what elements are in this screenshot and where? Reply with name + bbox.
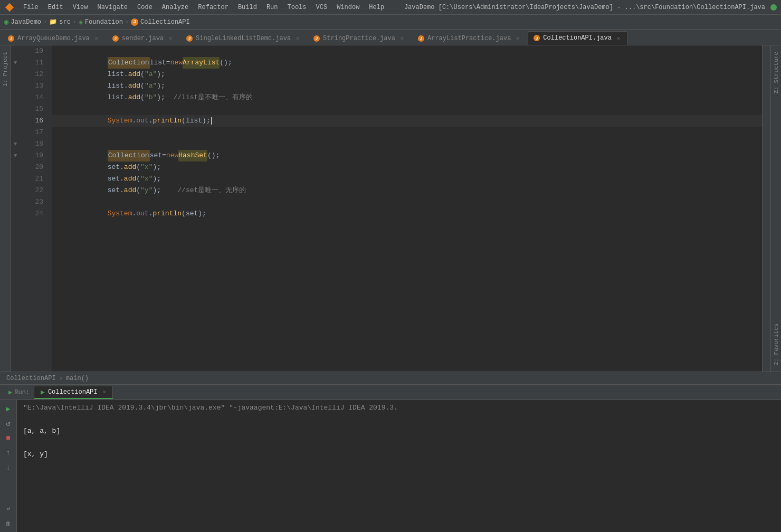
menu-bar: File Edit View Navigate Code Analyze Ref… <box>0 0 781 15</box>
java-file-icon: J <box>534 35 540 41</box>
bottom-bc-method: main() <box>66 375 89 382</box>
menu-analyze[interactable]: Analyze <box>158 3 193 12</box>
menu-vcs[interactable]: VCS <box>312 3 332 12</box>
linenum-11: 11 <box>20 57 47 69</box>
run-empty-2 <box>23 437 775 449</box>
sidebar-favorites[interactable]: 2: Favorites <box>772 319 780 369</box>
sidebar-project[interactable]: 1: Project <box>1 48 9 91</box>
run-sidebar: ▶ ↺ ■ ↑ ↓ ⏎ 🗑 <box>0 400 17 532</box>
gutter-12 <box>11 69 20 80</box>
sep3: › <box>125 18 129 26</box>
tab-close-3[interactable]: ✕ <box>398 35 406 42</box>
run-tab-label: CollectionAPI <box>48 388 98 396</box>
tab-singlelinkedlist[interactable]: J SingleLinkedListDemo.java ✕ <box>180 31 307 45</box>
tab-sender[interactable]: J sender.java ✕ <box>107 31 180 45</box>
run-indicator <box>770 4 777 11</box>
sep1: › <box>43 18 47 26</box>
linenum-19: 19 <box>20 150 47 162</box>
gutter-22 <box>11 185 20 196</box>
code-line-19: Collection set = new HashSet(); <box>52 150 762 162</box>
run-tab-icon: ▶ <box>41 388 45 396</box>
code-line-18 <box>52 138 762 150</box>
java-file-icon: J <box>186 35 193 42</box>
breadcrumb-file[interactable]: CollectionAPI <box>140 18 190 26</box>
code-line-15 <box>52 103 762 115</box>
line-numbers: 10 11 12 13 14 15 16 17 18 19 20 21 22 2… <box>20 45 52 372</box>
menu-edit[interactable]: Edit <box>44 3 68 12</box>
right-scroll-panel[interactable] <box>762 45 770 372</box>
gutter-24 <box>11 208 20 220</box>
gutter-15 <box>11 103 20 115</box>
run-tab-close[interactable]: ✕ <box>103 388 107 395</box>
run-stop-btn[interactable]: ■ <box>2 432 15 444</box>
run-play-icon: ▶ <box>8 388 12 396</box>
menu-file[interactable]: File <box>19 3 43 12</box>
tab-close-4[interactable]: ✕ <box>514 35 521 42</box>
tab-collectionapi[interactable]: J CollectionAPI.java ✕ <box>528 31 628 45</box>
run-panel-body: ▶ ↺ ■ ↑ ↓ ⏎ 🗑 "E:\Java\IntelliJ IDEA 201… <box>0 400 781 532</box>
run-up-btn[interactable]: ↑ <box>2 446 15 459</box>
menu-tools[interactable]: Tools <box>283 3 311 12</box>
breadcrumb-project[interactable]: JavaDemo <box>11 18 41 26</box>
tab-close-0[interactable]: ✕ <box>93 35 100 42</box>
run-empty-1 <box>23 414 775 425</box>
tab-stringpractice[interactable]: J StringPractice.java ✕ <box>308 31 412 45</box>
linenum-21: 21 <box>20 173 47 185</box>
breadcrumb-src[interactable]: src <box>59 18 71 26</box>
run-panel: ▶ Run: ▶ CollectionAPI ✕ ▶ ↺ ■ ↑ ↓ ⏎ 🗑 <box>0 384 781 532</box>
run-output-2: [x, y] <box>23 449 775 460</box>
run-panel-tabs: ▶ Run: ▶ CollectionAPI ✕ <box>0 385 781 400</box>
gutter-18[interactable]: ▼ <box>11 138 20 150</box>
gutter-16 <box>11 115 20 127</box>
app-logo <box>4 2 15 13</box>
tab-close-5[interactable]: ✕ <box>615 34 622 42</box>
tab-close-2[interactable]: ✕ <box>294 35 301 42</box>
code-line-11: Collection list = new ArrayList(); <box>52 57 762 69</box>
code-line-10 <box>52 45 762 57</box>
linenum-18: 18 <box>20 138 47 150</box>
linenum-17: 17 <box>20 127 47 138</box>
gutter-17 <box>11 127 20 138</box>
linenum-22: 22 <box>20 185 47 196</box>
menu-help[interactable]: Help <box>365 3 388 12</box>
run-label[interactable]: ▶ Run: <box>4 386 34 399</box>
gutter-20 <box>11 162 20 173</box>
menu-run[interactable]: Run <box>262 3 282 12</box>
code-line-20: set.add("x"); <box>52 162 762 173</box>
run-tab-collectionapi[interactable]: ▶ CollectionAPI ✕ <box>34 386 113 399</box>
code-line-13: list.add("a"); <box>52 80 762 92</box>
gutter-11[interactable]: ▼ <box>11 57 20 69</box>
gutter-19[interactable]: ▼ <box>11 150 20 162</box>
java-file-icon: J <box>313 35 320 42</box>
run-rerun-btn[interactable]: ↺ <box>2 417 15 430</box>
gutter-13 <box>11 80 20 92</box>
breadcrumb-package[interactable]: Foundation <box>85 18 123 26</box>
gutter-23 <box>11 196 20 208</box>
run-clear-btn[interactable]: 🗑 <box>2 517 15 530</box>
gutter-10 <box>11 45 20 57</box>
svg-marker-0 <box>5 3 14 12</box>
menu-build[interactable]: Build <box>234 3 261 12</box>
tab-arrayqueuedemo[interactable]: J ArrayQueueDemo.java ✕ <box>2 31 106 45</box>
code-editor[interactable]: Collection list = new ArrayList(); list.… <box>52 45 762 372</box>
tab-close-1[interactable]: ✕ <box>167 35 174 42</box>
sidebar-structure[interactable]: Z: Structure <box>772 48 780 98</box>
run-output-1: [a, a, b] <box>23 425 775 437</box>
java-icon: J <box>131 18 138 26</box>
menu-view[interactable]: View <box>69 3 92 12</box>
tab-arraylistpractice[interactable]: J ArrayListPractice.java ✕ <box>412 31 527 45</box>
linenum-10: 10 <box>20 45 47 57</box>
menu-navigate[interactable]: Navigate <box>93 3 132 12</box>
java-file-icon: J <box>112 35 119 42</box>
menu-refactor[interactable]: Refactor <box>194 3 233 12</box>
code-line-16: System.out.println(list); <box>52 115 762 127</box>
code-line-23 <box>52 196 762 208</box>
linenum-23: 23 <box>20 196 47 208</box>
code-line-24: System.out.println(set); <box>52 208 762 220</box>
run-down-btn[interactable]: ↓ <box>2 461 15 474</box>
tabs-bar: J ArrayQueueDemo.java ✕ J sender.java ✕ … <box>0 30 781 45</box>
menu-code[interactable]: Code <box>133 3 157 12</box>
run-wrap-btn[interactable]: ⏎ <box>2 502 15 515</box>
menu-window[interactable]: Window <box>332 3 364 12</box>
run-play-btn[interactable]: ▶ <box>2 402 15 415</box>
